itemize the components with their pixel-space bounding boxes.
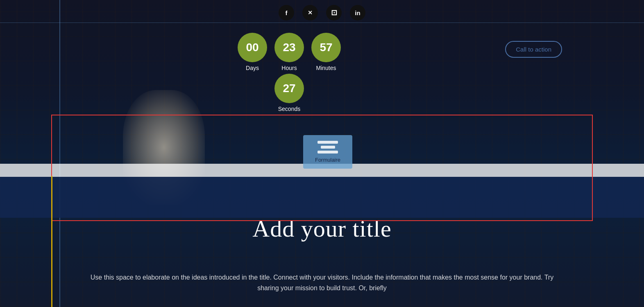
days-label: Days [246,65,259,71]
facebook-icon[interactable]: f [279,5,294,20]
twitter-x-symbol: ✕ [308,9,313,16]
header: f ✕ ⊡ in [0,0,644,24]
form-line-3 [317,151,338,154]
body-text: Use this space to elaborate on the ideas… [82,272,562,293]
yellow-accent-line [51,176,52,307]
countdown-days: 00 Days [238,33,267,71]
countdown-seconds: 27 Seconds [274,74,304,112]
countdown-row-main: 00 Days 23 Hours 57 Minutes [238,33,341,71]
seconds-circle: 27 [274,74,304,103]
hours-label: Hours [281,65,297,71]
dark-blue-band [0,177,644,218]
form-widget-icon [317,141,338,154]
instagram-icon[interactable]: ⊡ [326,5,342,20]
minutes-circle: 57 [311,33,341,62]
countdown-hours: 23 Hours [274,33,304,71]
hours-circle: 23 [274,33,304,62]
linkedin-icon[interactable]: in [350,5,365,20]
twitter-x-icon[interactable]: ✕ [302,5,318,20]
form-line-2 [321,146,335,149]
form-widget[interactable]: Formulaire [303,135,352,169]
minutes-label: Minutes [316,65,336,71]
form-widget-label: Formulaire [315,157,340,163]
form-line-1 [317,141,338,144]
cta-button[interactable]: Call to action [505,41,562,58]
left-guide-line [59,0,60,307]
days-circle: 00 [238,33,267,62]
countdown-minutes: 57 Minutes [311,33,341,71]
countdown-widget: 00 Days 23 Hours 57 Minutes 27 Seconds [238,33,341,112]
seconds-label: Seconds [278,106,300,112]
main-title: Add your title [0,215,644,242]
